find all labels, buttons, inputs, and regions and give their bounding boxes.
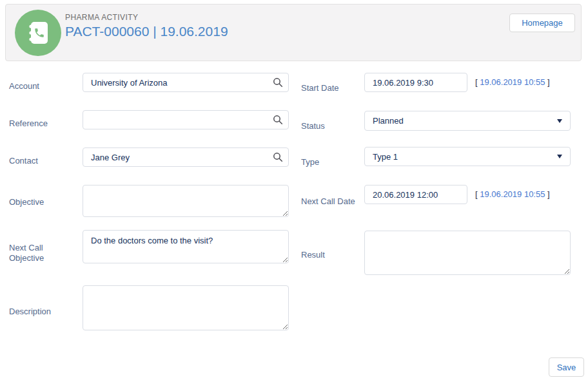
account-lookup [83, 73, 289, 92]
objective-label: Objective [9, 197, 77, 207]
start-date-label: Start Date [301, 83, 362, 93]
hint-close-bracket: ] [545, 189, 549, 199]
hint-close-bracket: ] [545, 77, 549, 87]
phone-contact-book-icon [15, 10, 61, 56]
status-select[interactable]: Planned [364, 111, 571, 131]
next-call-objective-textarea[interactable]: Do the doctors come to the visit? [83, 230, 289, 263]
reference-label: Reference [9, 119, 77, 129]
objective-textarea[interactable] [83, 185, 289, 217]
type-label: Type [301, 157, 362, 167]
description-textarea[interactable] [83, 285, 289, 330]
homepage-button[interactable]: Homepage [509, 14, 575, 32]
search-icon[interactable] [273, 152, 283, 162]
result-label: Result [301, 250, 362, 260]
status-label: Status [301, 121, 362, 131]
type-selected-value: Type 1 [373, 152, 398, 162]
type-select[interactable]: Type 1 [364, 147, 571, 166]
phone-book-glyph [23, 17, 54, 48]
search-icon[interactable] [273, 115, 283, 125]
search-icon[interactable] [273, 77, 283, 88]
hint-date: 19.06.2019 10:55 [480, 189, 545, 199]
pharma-activity-page: PHARMA ACTIVITY PACT-000060 | 19.06.2019… [0, 0, 588, 380]
next-call-date-field [364, 185, 467, 204]
start-date-field [364, 73, 467, 92]
reference-input[interactable] [83, 110, 289, 129]
next-call-objective-label: Next Call Objective [9, 243, 62, 263]
contact-lookup [83, 147, 289, 167]
result-textarea[interactable] [364, 231, 571, 275]
status-selected-value: Planned [373, 116, 404, 126]
chevron-down-icon [557, 155, 562, 158]
header-text: PHARMA ACTIVITY PACT-000060 | 19.06.2019 [65, 13, 228, 39]
reference-lookup [83, 110, 289, 129]
next-call-date-input[interactable] [364, 185, 467, 204]
account-input[interactable] [83, 73, 289, 92]
account-label: Account [9, 81, 77, 91]
contact-label: Contact [9, 156, 77, 166]
chevron-down-icon [557, 119, 562, 123]
next-call-date-label: Next Call Date [301, 196, 362, 207]
save-button[interactable]: Save [549, 357, 584, 377]
contact-input[interactable] [83, 147, 289, 167]
description-label: Description [9, 307, 77, 317]
hint-date: 19.06.2019 10:55 [480, 77, 545, 87]
record-type-label: PHARMA ACTIVITY [65, 13, 228, 22]
start-date-hint: [ 19.06.2019 10:55 ] [475, 77, 550, 87]
start-date-input[interactable] [364, 73, 467, 92]
record-header: PHARMA ACTIVITY PACT-000060 | 19.06.2019… [5, 4, 582, 61]
next-call-date-hint: [ 19.06.2019 10:55 ] [475, 189, 550, 199]
page-title: PACT-000060 | 19.06.2019 [65, 24, 228, 39]
